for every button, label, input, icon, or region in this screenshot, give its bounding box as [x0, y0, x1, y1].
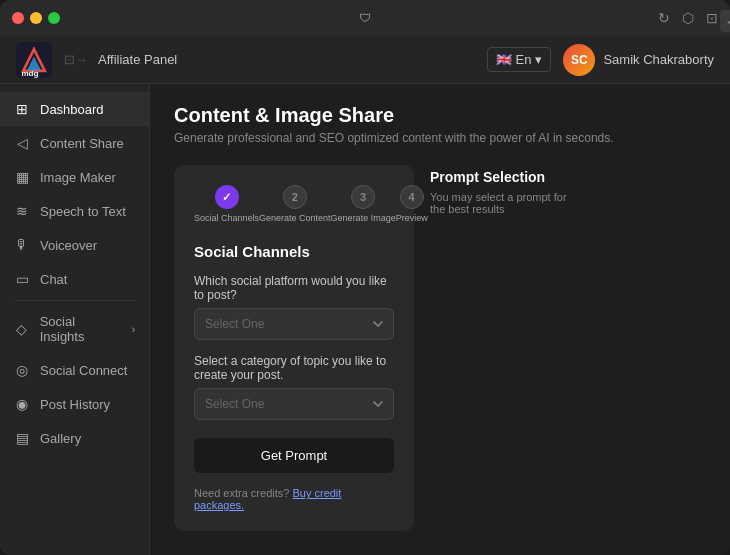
sidebar-item-label: Voiceover	[40, 238, 97, 253]
section-title: Social Channels	[194, 243, 394, 260]
social-insights-icon: ◇	[14, 321, 30, 337]
sidebar-item-content-share[interactable]: ◁ Content Share	[0, 126, 149, 160]
social-connect-icon: ◎	[14, 362, 30, 378]
step-3: 3 Generate Image	[331, 185, 396, 223]
image-maker-icon: ▦	[14, 169, 30, 185]
dashboard-icon: ⊞	[14, 101, 30, 117]
get-prompt-button[interactable]: Get Prompt	[194, 438, 394, 473]
category-label: Select a category of topic you like to c…	[194, 354, 394, 382]
speech-icon: ≋	[14, 203, 30, 219]
titlebar-center: 🛡	[359, 11, 371, 25]
titlebar: 🛡 ↻ ⬡ ⊡	[0, 0, 730, 36]
sidebar-item-label: Image Maker	[40, 170, 116, 185]
user-profile[interactable]: SC Samik Chakraborty	[563, 44, 714, 76]
sidebar-item-gallery[interactable]: ▤ Gallery	[0, 421, 149, 455]
step-circle-4: 4	[400, 185, 424, 209]
affiliate-text: Affiliate Panel	[98, 52, 177, 67]
step-4: 4 Preview	[396, 185, 428, 223]
sidebar-item-label: Gallery	[40, 431, 81, 446]
prompt-selection-panel: Prompt Selection You may select a prompt…	[414, 165, 574, 531]
stepper: ✓ Social Channels 2 Generate Content	[194, 185, 394, 223]
step-1: ✓ Social Channels	[194, 185, 259, 223]
sidebar-item-chat[interactable]: ▭ Chat	[0, 262, 149, 296]
logo-svg: mdg	[16, 42, 52, 78]
content-area: ✓ Social Channels 2 Generate Content	[174, 165, 706, 531]
logo: mdg ⊡→ Affiliate Panel	[16, 42, 177, 78]
sidebar-item-social-connect[interactable]: ◎ Social Connect	[0, 353, 149, 387]
language-button[interactable]: 🇬🇧 En ▾	[487, 47, 552, 72]
sidebar-item-label: Social Connect	[40, 363, 127, 378]
lang-code: En	[516, 52, 532, 67]
titlebar-right: ↻ ⬡ ⊡	[658, 10, 718, 26]
affiliate-label: ⊡→ Affiliate Panel	[64, 52, 177, 67]
share-icon[interactable]: ⬡	[682, 10, 694, 26]
sidebar-item-label: Speech to Text	[40, 204, 126, 219]
sidebar-item-voiceover[interactable]: 🎙 Voiceover	[0, 228, 149, 262]
close-button[interactable]	[12, 12, 24, 24]
main-card: ✓ Social Channels 2 Generate Content	[174, 165, 414, 531]
topbar-right: 🇬🇧 En ▾ SC Samik Chakraborty	[487, 44, 714, 76]
step-circle-1: ✓	[215, 185, 239, 209]
traffic-lights	[12, 12, 60, 24]
step-label-4: Preview	[396, 213, 428, 223]
sidebar-item-label: Social Insights	[40, 314, 122, 344]
lang-chevron-icon: ▾	[535, 52, 542, 67]
sidebar-item-label: Post History	[40, 397, 110, 412]
voiceover-icon: 🎙	[14, 237, 30, 253]
step-label-1: Social Channels	[194, 213, 259, 223]
topbar: mdg ⊡→ Affiliate Panel 🇬🇧 En ▾ SC Samik …	[0, 36, 730, 84]
page-subtitle: Generate professional and SEO optimized …	[174, 131, 706, 145]
platform-label: Which social platform would you like to …	[194, 274, 394, 302]
prompt-selection-title: Prompt Selection	[430, 169, 574, 185]
avatar: SC	[563, 44, 595, 76]
username: Samik Chakraborty	[603, 52, 714, 67]
step-label-2: Generate Content	[259, 213, 331, 223]
security-icon: 🛡	[359, 11, 371, 25]
flag-icon: 🇬🇧	[496, 52, 512, 67]
step-circle-3: 3	[351, 185, 375, 209]
sidebar-item-image-maker[interactable]: ▦ Image Maker	[0, 160, 149, 194]
main-content: Content & Image Share Generate professio…	[150, 84, 730, 555]
sidebar-divider	[14, 300, 135, 301]
prompt-selection-subtitle: You may select a prompt for the best res…	[430, 191, 574, 215]
separator-icon: ⊡→	[64, 52, 88, 67]
category-select[interactable]: Select One Technology Marketing Business	[194, 388, 394, 420]
sidebar-item-social-insights[interactable]: ◇ Social Insights ›	[0, 305, 149, 353]
gallery-icon: ▤	[14, 430, 30, 446]
body: ◀ ⊞ Dashboard ◁ Content Share ▦ Image Ma…	[0, 84, 730, 555]
app-layout: mdg ⊡→ Affiliate Panel 🇬🇧 En ▾ SC Samik …	[0, 36, 730, 555]
content-share-icon: ◁	[14, 135, 30, 151]
post-history-icon: ◉	[14, 396, 30, 412]
minimize-button[interactable]	[30, 12, 42, 24]
platform-select[interactable]: Select One Facebook Twitter Instagram Li…	[194, 308, 394, 340]
sidebar-item-dashboard[interactable]: ⊞ Dashboard	[0, 92, 149, 126]
sidebar-item-speech-to-text[interactable]: ≋ Speech to Text	[0, 194, 149, 228]
sidebar: ◀ ⊞ Dashboard ◁ Content Share ▦ Image Ma…	[0, 84, 150, 555]
sidebar-item-label: Chat	[40, 272, 67, 287]
chat-icon: ▭	[14, 271, 30, 287]
sidebar-item-label: Content Share	[40, 136, 124, 151]
chevron-right-icon: ›	[132, 324, 135, 335]
page-title: Content & Image Share	[174, 104, 706, 127]
maximize-button[interactable]	[48, 12, 60, 24]
window-icon[interactable]: ⊡	[706, 10, 718, 26]
step-2: 2 Generate Content	[259, 185, 331, 223]
check-icon: ✓	[222, 191, 231, 204]
step-circle-2: 2	[283, 185, 307, 209]
step-label-3: Generate Image	[331, 213, 396, 223]
svg-text:mdg: mdg	[21, 69, 38, 78]
sidebar-item-label: Dashboard	[40, 102, 104, 117]
sidebar-item-post-history[interactable]: ◉ Post History	[0, 387, 149, 421]
credit-text: Need extra credits? Buy credit packages.	[194, 487, 394, 511]
refresh-icon[interactable]: ↻	[658, 10, 670, 26]
